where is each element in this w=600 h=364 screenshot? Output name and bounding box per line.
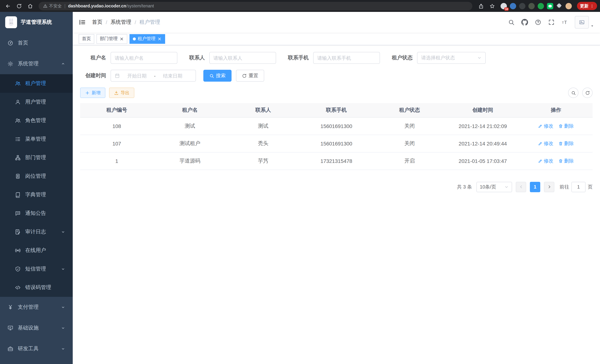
breadcrumb-home[interactable]: 首页 — [92, 19, 103, 26]
export-button[interactable]: 导出 — [109, 88, 134, 98]
menu-dots-icon[interactable] — [590, 4, 594, 8]
extension-icon-4[interactable] — [528, 3, 535, 9]
update-button[interactable]: 更新 — [577, 2, 597, 10]
search-button[interactable]: 搜索 — [203, 70, 232, 82]
hamburger-icon[interactable] — [79, 19, 86, 26]
cell-status: 关闭 — [373, 117, 446, 135]
tenant-name-input[interactable] — [115, 55, 173, 61]
sidebar-logo[interactable]: 芋道管理系统 — [0, 12, 73, 33]
cell-actions: 修改删除 — [519, 135, 593, 152]
cell-phone: 17321315478 — [300, 152, 373, 169]
reload-icon[interactable] — [14, 1, 24, 11]
sidebar-item-notice[interactable]: 通知公告 — [0, 204, 73, 223]
star-icon[interactable] — [487, 1, 497, 11]
delete-link[interactable]: 删除 — [559, 123, 574, 129]
page-size-select[interactable]: 10条/页 — [477, 182, 512, 192]
date-separator: - — [154, 73, 156, 78]
sidebar-item-audit-log[interactable]: 审计日志 — [0, 223, 73, 241]
chevron-down-icon — [61, 230, 65, 234]
edit-link[interactable]: 修改 — [538, 158, 553, 164]
extension-icon-6[interactable] — [547, 3, 553, 9]
address-bar[interactable]: 不安全 | dashboard.yudao.iocoder.cn/system/… — [38, 2, 472, 10]
page-number-button[interactable]: 1 — [530, 182, 540, 192]
back-icon[interactable] — [3, 1, 13, 11]
sidebar-item-online-users[interactable]: 在线用户 — [0, 241, 73, 260]
profile-avatar[interactable] — [565, 3, 572, 9]
goto-page-input[interactable] — [572, 182, 586, 192]
question-icon[interactable] — [535, 19, 541, 26]
fullscreen-icon[interactable] — [548, 19, 555, 26]
sidebar-item-payment[interactable]: 支付管理 — [0, 297, 73, 318]
tab-tenant[interactable]: 租户管理 — [130, 34, 165, 44]
page-url: dashboard.yudao.iocoder.cn/system/tenant — [68, 4, 154, 8]
prev-page-button[interactable] — [516, 182, 526, 192]
refresh-table-button[interactable] — [582, 88, 593, 98]
sidebar-item-role[interactable]: 角色管理 — [0, 111, 73, 130]
not-secure-warning[interactable]: 不安全 — [43, 3, 62, 9]
date-start-input[interactable] — [122, 73, 152, 78]
sidebar-item-infrastructure[interactable]: 基础设施 — [0, 318, 73, 338]
sidebar-item-system[interactable]: 系统管理 — [0, 53, 73, 74]
edit-icon — [538, 124, 543, 128]
sidebar-item-dev-tools[interactable]: 研发工具 — [0, 338, 73, 359]
field-label: 租户名 — [80, 55, 106, 61]
table-row: 107 测试租户 秃头 15601691300 关闭 2021-12-14 20… — [80, 135, 593, 152]
date-end-input[interactable] — [158, 73, 188, 78]
chevron-down-icon — [61, 305, 65, 309]
puzzle-icon[interactable] — [556, 3, 562, 9]
tab-home[interactable]: 首页 — [79, 34, 94, 44]
close-icon[interactable] — [120, 37, 124, 41]
extension-icon-3[interactable] — [519, 3, 525, 9]
sidebar-item-dept[interactable]: 部门管理 — [0, 149, 73, 167]
table-row: 1 芋道源码 芋艿 17321315478 开启 2021-01-05 17:0… — [80, 152, 593, 169]
filter-create-time: 创建时间 - — [80, 70, 196, 82]
sidebar-item-tenant[interactable]: 租户管理 — [0, 74, 73, 93]
add-button[interactable]: 新增 — [80, 88, 105, 98]
chevron-down-icon — [61, 346, 65, 351]
extension-icon-5[interactable] — [538, 3, 544, 9]
breadcrumb-separator — [135, 19, 136, 25]
user-avatar[interactable] — [575, 16, 594, 28]
search-icon[interactable] — [508, 19, 515, 26]
github-icon[interactable] — [521, 19, 528, 26]
sidebar-item-error-code[interactable]: 错误码管理 — [0, 278, 73, 297]
sidebar-item-home[interactable]: 首页 — [0, 33, 73, 53]
contact-input[interactable] — [213, 55, 272, 61]
home-icon[interactable] — [25, 1, 35, 11]
download-icon — [114, 90, 119, 95]
column-header: 租户状态 — [373, 103, 446, 117]
show-search-button[interactable] — [568, 88, 579, 98]
sidebar-item-dict[interactable]: 字典管理 — [0, 186, 73, 204]
breadcrumb-system[interactable]: 系统管理 — [111, 19, 131, 26]
delete-link[interactable]: 删除 — [559, 140, 574, 147]
close-icon[interactable] — [157, 37, 162, 41]
sidebar-item-label: 通知公告 — [25, 210, 46, 217]
dashboard-icon — [7, 40, 13, 46]
font-size-icon[interactable]: TT — [562, 19, 568, 26]
edit-link[interactable]: 修改 — [538, 123, 553, 129]
sidebar-item-post[interactable]: 岗位管理 — [0, 167, 73, 186]
extension-icon-1[interactable]: 10 — [501, 3, 507, 9]
cell-tenant-name: 测试租户 — [153, 135, 227, 152]
svg-text:T: T — [562, 21, 564, 24]
sidebar-item-menu[interactable]: 菜单管理 — [0, 130, 73, 149]
extension-icon-2[interactable] — [510, 3, 516, 9]
table-row: 108 测试 测试 15601691300 关闭 2021-12-14 21:0… — [80, 117, 593, 135]
status-select[interactable]: 请选择租户状态 — [417, 52, 486, 64]
date-range-picker[interactable]: - — [111, 70, 196, 82]
next-page-button[interactable] — [544, 182, 554, 192]
tab-dept[interactable]: 部门管理 — [96, 34, 127, 44]
sidebar-item-label: 租户管理 — [25, 80, 46, 87]
column-header: 租户名 — [153, 103, 227, 117]
edit-link[interactable]: 修改 — [538, 140, 553, 147]
sidebar-item-label: 菜单管理 — [25, 136, 46, 142]
tenant-table: 租户编号 租户名 联系人 联系手机 租户状态 创建时间 操作 108 测试 — [80, 103, 593, 170]
sidebar-item-user[interactable]: 用户管理 — [0, 93, 73, 111]
sidebar-item-sms[interactable]: 短信管理 — [0, 260, 73, 278]
share-icon[interactable] — [476, 1, 486, 11]
cell-tenant-id: 108 — [80, 117, 153, 135]
phone-input[interactable] — [317, 55, 376, 61]
reset-button[interactable]: 重置 — [236, 70, 264, 82]
sidebar-item-label: 角色管理 — [25, 117, 46, 124]
delete-link[interactable]: 删除 — [559, 158, 574, 164]
